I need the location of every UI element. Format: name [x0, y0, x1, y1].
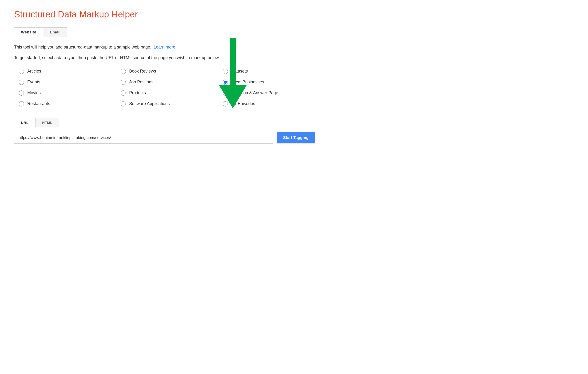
url-tabs: URL HTML: [14, 118, 315, 127]
radio-qa-page[interactable]: Question & Answer Page: [223, 90, 315, 96]
radio-restaurants[interactable]: Restaurants: [19, 101, 111, 106]
page-title: Structured Data Markup Helper: [14, 10, 315, 20]
radio-job-postings[interactable]: Job Postings: [121, 80, 213, 85]
tab-website[interactable]: Website: [14, 27, 43, 37]
tab-html[interactable]: HTML: [35, 118, 59, 127]
url-input[interactable]: [14, 132, 273, 144]
radio-software-applications[interactable]: Software Applications: [121, 101, 213, 106]
data-type-grid: Articles Book Reviews Datasets Events Jo…: [14, 69, 315, 106]
radio-articles[interactable]: Articles: [19, 69, 111, 74]
radio-tv-episodes[interactable]: TV Episodes: [223, 101, 315, 106]
url-input-row: Start Tagging: [14, 132, 315, 144]
radio-movies[interactable]: Movies: [19, 90, 111, 96]
tab-email[interactable]: Email: [43, 27, 67, 37]
description-1: This tool will help you add structured-d…: [14, 44, 315, 51]
radio-local-businesses[interactable]: Local Businesses: [223, 80, 315, 85]
description-2: To get started, select a data type, then…: [14, 55, 315, 61]
page-wrapper: Structured Data Markup Helper Website Em…: [14, 10, 315, 144]
learn-more-link[interactable]: Learn more: [154, 45, 175, 49]
tab-url[interactable]: URL: [14, 118, 35, 127]
radio-events[interactable]: Events: [19, 80, 111, 85]
main-tabs: Website Email: [14, 27, 315, 37]
radio-products[interactable]: Products: [121, 90, 213, 96]
radio-book-reviews[interactable]: Book Reviews: [121, 69, 213, 74]
start-tagging-button[interactable]: Start Tagging: [277, 132, 315, 143]
radio-datasets[interactable]: Datasets: [223, 69, 315, 74]
